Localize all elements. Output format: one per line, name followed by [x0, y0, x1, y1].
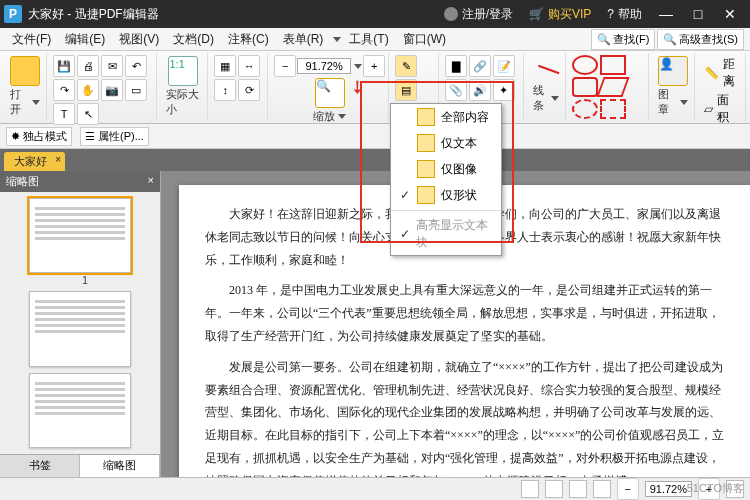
edit-content-dropdown: 全部内容 仅文本 仅图像 ✓仅形状 ✓高亮显示文本块: [390, 103, 502, 256]
stamp-icon: 👤: [658, 56, 688, 86]
menu-annotate[interactable]: 注释(C): [222, 29, 275, 50]
sound-icon[interactable]: 🔊: [469, 79, 491, 101]
menu-file[interactable]: 文件(F): [6, 29, 57, 50]
email-icon[interactable]: ✉: [101, 55, 123, 77]
thumbnails-list[interactable]: 1: [0, 192, 160, 454]
zoom-value[interactable]: 91.72%: [297, 58, 351, 74]
zoom-out-icon[interactable]: −: [274, 55, 296, 77]
find-button[interactable]: 🔍查找(F): [591, 29, 655, 50]
note-icon[interactable]: 📝: [493, 55, 515, 77]
edit-object-icon[interactable]: ▤: [395, 79, 417, 101]
fit-height-icon[interactable]: ↕: [214, 79, 236, 101]
rectangle-shape-icon[interactable]: [600, 55, 626, 75]
save-icon[interactable]: 💾: [53, 55, 75, 77]
document-tab[interactable]: 大家好 ×: [4, 152, 65, 171]
ruler-icon: 📏: [704, 66, 719, 80]
dropdown-image-only[interactable]: 仅图像: [391, 156, 501, 182]
image-only-icon: [417, 160, 435, 178]
advanced-find-button[interactable]: 🔍高级查找(S): [657, 29, 744, 50]
app-logo-icon: P: [4, 5, 22, 23]
redo-icon[interactable]: ↷: [53, 79, 75, 101]
pane-header: 缩略图 ×: [0, 171, 160, 192]
register-login-button[interactable]: 注册/登录: [436, 6, 521, 23]
fit-page-icon[interactable]: ▦: [214, 55, 236, 77]
roundrect-shape-icon[interactable]: [572, 77, 598, 97]
highlight-icon[interactable]: ▇: [445, 55, 467, 77]
toolbar-ribbon: 打开 💾 🖨 ✉ ↶ ↷ ✋ 📷 ▭ T ↖ 1:1 实际大小: [0, 51, 750, 124]
properties-button[interactable]: ☰属性(P)...: [80, 127, 149, 146]
menu-document[interactable]: 文档(D): [167, 29, 220, 50]
dropdown-text-only[interactable]: 仅文本: [391, 130, 501, 156]
document-tab-strip: 大家好 ×: [0, 149, 750, 171]
layout-facing-icon[interactable]: [569, 480, 587, 498]
ellipse-shape-icon[interactable]: [572, 55, 598, 75]
sub-toolbar: ✸独占模式 ☰属性(P)...: [0, 124, 750, 149]
layout-single-icon[interactable]: [521, 480, 539, 498]
thumbnail-page-1[interactable]: 1: [29, 198, 131, 273]
menu-form[interactable]: 表单(R): [277, 29, 330, 50]
menu-view[interactable]: 视图(V): [113, 29, 165, 50]
menu-tools[interactable]: 工具(T): [343, 29, 394, 50]
text-select-icon[interactable]: T: [53, 103, 75, 125]
minimize-button[interactable]: —: [650, 6, 682, 22]
chevron-down-icon: [333, 37, 341, 42]
layout-continuous-icon[interactable]: [545, 480, 563, 498]
dropdown-shape-only[interactable]: ✓仅形状: [391, 182, 501, 208]
select-tool-icon[interactable]: ▭: [125, 79, 147, 101]
distance-button[interactable]: 📏距离: [701, 55, 742, 91]
window-title: 大家好 - 迅捷PDF编辑器: [28, 6, 159, 23]
area-button[interactable]: ▱面积: [701, 91, 742, 127]
status-zoom-value[interactable]: 91.72%: [645, 481, 692, 497]
chevron-down-icon: [354, 64, 362, 69]
chevron-down-icon: [32, 100, 40, 105]
binoculars-icon: 🔍: [663, 33, 677, 46]
snapshot-icon[interactable]: 📷: [101, 79, 123, 101]
doc-name: 大家好: [28, 7, 64, 21]
paragraph: 2013 年，是中国电力工业发展史上具有重大深远意义的一年，是公司组建并正式运转…: [205, 279, 725, 347]
menu-window[interactable]: 窗口(W): [397, 29, 452, 50]
exclusive-mode-button[interactable]: ✸独占模式: [6, 127, 72, 146]
close-window-button[interactable]: ✕: [714, 6, 746, 22]
help-button[interactable]: ?帮助: [599, 6, 650, 23]
quick-tools-group: 💾 🖨 ✉ ↶ ↷ ✋ 📷 ▭ T ↖: [53, 55, 153, 125]
zoom-out-status-icon[interactable]: −: [617, 478, 639, 500]
tab-close-icon[interactable]: ×: [55, 154, 61, 165]
thumbnail-page-3[interactable]: [29, 373, 131, 448]
pane-close-icon[interactable]: ×: [148, 174, 154, 189]
fit-width-icon[interactable]: ↔: [238, 55, 260, 77]
dropdown-highlight-text-block[interactable]: ✓高亮显示文本块: [391, 213, 501, 255]
one-to-one-icon: 1:1: [169, 58, 184, 70]
open-button[interactable]: 打开: [7, 55, 43, 118]
link-icon[interactable]: 🔗: [469, 55, 491, 77]
binoculars-icon: 🔍: [597, 33, 611, 46]
dropdown-all-content[interactable]: 全部内容: [391, 104, 501, 130]
zoom-in-icon[interactable]: +: [363, 55, 385, 77]
title-bar: P 大家好 - 迅捷PDF编辑器 注册/登录 🛒购买VIP ?帮助 — □ ✕: [0, 0, 750, 28]
hand-tool-icon[interactable]: ✋: [77, 79, 99, 101]
rotate-icon[interactable]: ⟳: [238, 79, 260, 101]
lines-button[interactable]: 线条: [530, 55, 562, 114]
cloud-shape-icon[interactable]: [572, 99, 598, 119]
actual-size-button[interactable]: 1:1 实际大小: [163, 55, 205, 118]
stamp-small-icon[interactable]: ✦: [493, 79, 515, 101]
cursor-icon[interactable]: ↖: [77, 103, 99, 125]
thumbnail-page-2[interactable]: [29, 291, 131, 366]
stamps-button[interactable]: 👤 图章: [655, 55, 691, 118]
maximize-button[interactable]: □: [682, 6, 714, 22]
layout-book-icon[interactable]: [593, 480, 611, 498]
user-icon: [444, 7, 458, 21]
buy-vip-button[interactable]: 🛒购买VIP: [521, 6, 599, 23]
dashed-rect-icon[interactable]: [600, 99, 626, 119]
side-tab-thumbnails[interactable]: 缩略图: [80, 455, 160, 477]
attachment-icon[interactable]: 📎: [445, 79, 467, 101]
shapes-group: [572, 55, 645, 119]
edit-content-icon[interactable]: ✎: [395, 55, 417, 77]
print-icon[interactable]: 🖨: [77, 55, 99, 77]
area-icon: ▱: [704, 102, 713, 116]
menu-edit[interactable]: 编辑(E): [59, 29, 111, 50]
zoom-button[interactable]: 🔍 缩放: [310, 77, 349, 125]
undo-icon[interactable]: ↶: [125, 55, 147, 77]
side-tab-bookmark[interactable]: 书签: [0, 455, 80, 477]
text-only-icon: [417, 134, 435, 152]
polygon-shape-icon[interactable]: [597, 77, 630, 97]
